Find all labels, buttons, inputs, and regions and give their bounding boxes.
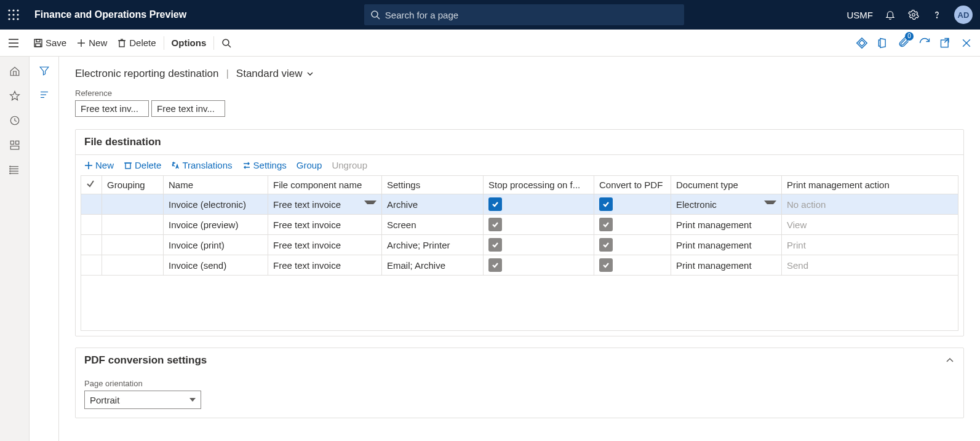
search-input[interactable]: Search for a page: [364, 4, 684, 25]
cell-pm-action[interactable]: Print: [782, 235, 958, 255]
cell-name[interactable]: Invoice (print): [164, 235, 268, 255]
row-selector[interactable]: [81, 255, 102, 276]
cell-grouping[interactable]: [102, 235, 164, 255]
home-icon[interactable]: [9, 65, 21, 77]
save-button[interactable]: Save: [28, 35, 71, 50]
diamond-icon[interactable]: [856, 37, 868, 49]
navpane-toggle-icon[interactable]: [7, 37, 20, 49]
svg-point-39: [9, 171, 10, 172]
cell-doc-type[interactable]: Print management: [671, 235, 782, 255]
cell-grouping[interactable]: [102, 255, 164, 276]
gear-icon[interactable]: [907, 9, 920, 21]
cell-settings[interactable]: Archive; Printer: [382, 235, 484, 255]
file-destination-header[interactable]: File destination: [76, 130, 963, 154]
col-settings[interactable]: Settings: [382, 176, 484, 194]
help-icon[interactable]: [931, 9, 943, 21]
checkbox[interactable]: [488, 197, 502, 211]
col-file-component[interactable]: File component name: [268, 176, 382, 194]
table-row[interactable]: Invoice (preview)Free text invoiceScreen…: [81, 215, 958, 235]
cell-stop[interactable]: [484, 215, 594, 235]
cell-settings[interactable]: Archive: [382, 194, 484, 215]
reference-value-1[interactable]: Free text inv...: [75, 100, 149, 117]
bell-icon[interactable]: [884, 9, 896, 21]
svg-rect-21: [119, 41, 124, 47]
user-avatar[interactable]: AD: [954, 6, 973, 24]
favorites-icon[interactable]: [9, 90, 21, 102]
checkbox[interactable]: [599, 238, 613, 252]
cell-grouping[interactable]: [102, 215, 164, 235]
pdf-conversion-header[interactable]: PDF conversion settings: [76, 348, 963, 373]
grid-translations-button[interactable]: Translations: [171, 160, 232, 170]
cell-doc-type[interactable]: Print management: [671, 215, 782, 235]
view-selector[interactable]: Standard view: [236, 68, 314, 80]
cell-grouping[interactable]: [102, 194, 164, 215]
close-icon[interactable]: [960, 37, 973, 49]
row-selector[interactable]: [81, 215, 102, 235]
checkbox[interactable]: [488, 258, 502, 272]
col-select[interactable]: [81, 176, 102, 194]
cell-doc-type[interactable]: Electronic: [671, 194, 782, 215]
cell-convert[interactable]: [594, 235, 671, 255]
checkbox[interactable]: [599, 258, 613, 272]
col-grouping[interactable]: Grouping: [102, 176, 164, 194]
page-orientation-label: Page orientation: [84, 379, 955, 388]
table-row[interactable]: Invoice (print)Free text invoiceArchive;…: [81, 235, 958, 255]
col-name[interactable]: Name: [164, 176, 268, 194]
cell-settings[interactable]: Screen: [382, 215, 484, 235]
cell-settings[interactable]: Email; Archive: [382, 255, 484, 276]
company-picker[interactable]: USMF: [847, 10, 874, 20]
options-button[interactable]: Options: [167, 35, 212, 50]
new-button[interactable]: New: [71, 35, 112, 50]
cell-convert[interactable]: [594, 215, 671, 235]
office-icon[interactable]: [877, 37, 889, 49]
search-placeholder: Search for a page: [385, 10, 458, 20]
checkbox[interactable]: [599, 197, 613, 211]
cell-pm-action[interactable]: Send: [782, 255, 958, 276]
cell-stop[interactable]: [484, 194, 594, 215]
modules-icon[interactable]: [9, 164, 21, 176]
cell-doc-type[interactable]: Print management: [671, 255, 782, 276]
svg-rect-32: [10, 146, 19, 149]
workspaces-icon[interactable]: [9, 139, 21, 151]
attachments-button[interactable]: 0: [898, 36, 910, 50]
col-stop[interactable]: Stop processing on f...: [484, 176, 594, 194]
cell-name[interactable]: Invoice (send): [164, 255, 268, 276]
reference-value-2[interactable]: Free text inv...: [151, 100, 225, 117]
grid-settings-button[interactable]: Settings: [242, 160, 287, 170]
row-selector[interactable]: [81, 194, 102, 215]
table-row[interactable]: Invoice (send)Free text invoiceEmail; Ar…: [81, 255, 958, 276]
cell-name[interactable]: Invoice (electronic): [164, 194, 268, 215]
cell-stop[interactable]: [484, 255, 594, 276]
grid-group-button[interactable]: Group: [297, 160, 322, 170]
related-icon[interactable]: [39, 89, 50, 102]
cell-convert[interactable]: [594, 194, 671, 215]
cell-stop[interactable]: [484, 235, 594, 255]
app-launcher-icon[interactable]: [7, 9, 20, 21]
grid-delete-button[interactable]: Delete: [124, 160, 161, 170]
refresh-icon[interactable]: [918, 37, 931, 49]
row-selector[interactable]: [81, 235, 102, 255]
action-search-button[interactable]: [217, 36, 236, 50]
checkbox[interactable]: [488, 238, 502, 252]
reference-label: Reference: [75, 89, 964, 98]
popout-icon[interactable]: [939, 37, 952, 49]
cell-file-component[interactable]: Free text invoice: [268, 255, 382, 276]
filter-icon[interactable]: [39, 65, 50, 78]
cell-file-component[interactable]: Free text invoice: [268, 235, 382, 255]
cell-file-component[interactable]: Free text invoice: [268, 215, 382, 235]
cell-pm-action[interactable]: View: [782, 215, 958, 235]
grid-new-button[interactable]: New: [84, 160, 114, 170]
checkbox[interactable]: [488, 218, 502, 231]
cell-pm-action[interactable]: No action: [782, 194, 958, 215]
page-orientation-select[interactable]: Portrait: [84, 391, 201, 409]
col-doc-type[interactable]: Document type: [671, 176, 782, 194]
table-row[interactable]: Invoice (electronic)Free text invoiceArc…: [81, 194, 958, 215]
col-pm-action[interactable]: Print management action: [782, 176, 958, 194]
col-convert[interactable]: Convert to PDF: [594, 176, 671, 194]
checkbox[interactable]: [599, 218, 613, 231]
cell-convert[interactable]: [594, 255, 671, 276]
cell-file-component[interactable]: Free text invoice: [268, 194, 382, 215]
delete-button[interactable]: Delete: [112, 35, 161, 50]
cell-name[interactable]: Invoice (preview): [164, 215, 268, 235]
recent-icon[interactable]: [9, 114, 21, 127]
